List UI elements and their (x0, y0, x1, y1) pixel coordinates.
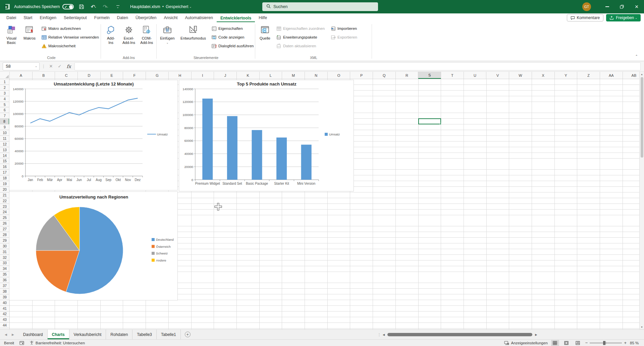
visual-basic-button[interactable]: Visual Basic (3, 23, 20, 52)
document-title[interactable]: Hauptdatei.xlsm • Gespeichert ⌄ (130, 4, 192, 9)
page-layout-view-button[interactable] (562, 340, 571, 346)
pie-chart-object[interactable]: Umsatzverteilung nach RegionenDeutschlan… (9, 191, 178, 300)
row-header-38[interactable]: 38 (0, 289, 9, 294)
page-break-view-button[interactable] (574, 340, 582, 346)
sheet-tab-rohdaten[interactable]: Rohdaten (106, 330, 132, 339)
column-header-Y[interactable]: Y (555, 72, 578, 79)
selected-cell[interactable] (418, 118, 441, 124)
column-header-U[interactable]: U (464, 72, 487, 79)
macro-security-button[interactable]: Makrosicherheit (40, 42, 100, 50)
tab-ueberpruefen[interactable]: Überprüfen (132, 14, 160, 22)
row-header-34[interactable]: 34 (0, 266, 9, 272)
column-header-W[interactable]: W (509, 72, 532, 79)
enter-icon[interactable]: ✓ (56, 64, 63, 69)
refresh-data-button[interactable]: <o> Daten aktualisieren (275, 42, 326, 50)
sheet-nav-right-icon[interactable]: ▶ (12, 333, 14, 336)
row-header-1[interactable]: 1 (0, 79, 9, 85)
column-header-T[interactable]: T (441, 72, 464, 79)
autosave-toggle[interactable]: ✓ (62, 4, 74, 9)
formula-bar-handle[interactable]: ⋮ (42, 64, 46, 69)
row-header-6[interactable]: 6 (0, 107, 9, 113)
row-header-22[interactable]: 22 (0, 198, 9, 204)
column-header-G[interactable]: G (146, 72, 169, 79)
row-header-16[interactable]: 16 (0, 164, 9, 170)
redo-button[interactable]: ↷⌄ (101, 2, 110, 11)
zoom-out-button[interactable]: − (585, 340, 588, 345)
customize-toolbar-button[interactable]: ⌄ (113, 2, 122, 11)
column-header-N[interactable]: N (305, 72, 328, 79)
column-header-Z[interactable]: Z (577, 72, 600, 79)
import-button[interactable]: <o> Importieren (329, 25, 359, 32)
row-header-26[interactable]: 26 (0, 221, 9, 226)
close-button[interactable]: × (629, 0, 644, 13)
restore-button[interactable] (614, 0, 629, 13)
column-header-X[interactable]: X (532, 72, 555, 79)
row-header-7[interactable]: 7 (0, 113, 9, 119)
vertical-scrollbar[interactable]: ▲ ▼ (639, 72, 644, 329)
name-box[interactable]: S8 ⌄ (3, 62, 40, 70)
row-header-5[interactable]: 5 (0, 102, 9, 108)
splitter-handle[interactable]: ⋮ (377, 333, 381, 337)
sheet-tab-tabelle1[interactable]: Tabelle1 (157, 330, 181, 339)
column-header-O[interactable]: O (328, 72, 351, 79)
row-header-43[interactable]: 43 (0, 317, 9, 323)
row-header-2[interactable]: 2 (0, 85, 9, 91)
addins-button[interactable]: Add- Ins (102, 23, 119, 52)
row-header-20[interactable]: 20 (0, 187, 9, 192)
excel-app-icon[interactable]: X (3, 3, 11, 10)
undo-button[interactable]: ↶⌄ (89, 2, 98, 11)
row-header-11[interactable]: 11 (0, 136, 9, 141)
tab-einfuegen[interactable]: Einfügen (36, 14, 60, 22)
tab-daten[interactable]: Daten (113, 14, 132, 22)
tab-start[interactable]: Start (20, 14, 36, 22)
column-header-F[interactable]: F (123, 72, 146, 79)
sheet-tab-charts[interactable]: Charts (48, 330, 69, 339)
row-header-28[interactable]: 28 (0, 232, 9, 238)
fill-handle[interactable] (440, 123, 441, 125)
row-header-44[interactable]: 44 (0, 323, 9, 328)
row-header-3[interactable]: 3 (0, 91, 9, 96)
column-header-H[interactable]: H (169, 72, 192, 79)
sheet-nav-left-icon[interactable]: ◀ (5, 333, 7, 336)
row-header-40[interactable]: 40 (0, 300, 9, 306)
design-mode-button[interactable]: Entwurfsmodus (177, 23, 209, 52)
row-header-4[interactable]: 4 (0, 96, 9, 102)
bar-chart-object[interactable]: Top 5 Produkte nach Umsatz02000040000600… (179, 80, 354, 191)
tab-entwicklertools[interactable]: Entwicklertools (217, 14, 255, 22)
column-header-E[interactable]: E (101, 72, 123, 79)
horizontal-scroll-thumb[interactable] (387, 333, 532, 336)
row-header-30[interactable]: 30 (0, 243, 9, 249)
tab-seitenlayout[interactable]: Seitenlayout (60, 14, 91, 22)
row-header-29[interactable]: 29 (0, 238, 9, 243)
row-header-33[interactable]: 33 (0, 261, 9, 266)
row-header-9[interactable]: 9 (0, 124, 9, 130)
row-header-25[interactable]: 25 (0, 215, 9, 221)
row-header-15[interactable]: 15 (0, 158, 9, 164)
source-button[interactable]: Quelle (257, 23, 273, 52)
insert-function-icon[interactable]: fx (65, 64, 72, 69)
row-header-24[interactable]: 24 (0, 209, 9, 215)
properties-button[interactable]: Eigenschaften (210, 25, 255, 32)
macro-record-icon[interactable] (19, 341, 24, 345)
share-button[interactable]: Freigeben ⌄ (606, 14, 641, 21)
scroll-left-icon[interactable]: ◀ (383, 333, 385, 336)
scroll-right-icon[interactable]: ▶ (535, 333, 537, 336)
column-header-M[interactable]: M (282, 72, 305, 79)
tab-automatisieren[interactable]: Automatisieren (181, 14, 217, 22)
select-all-button[interactable] (0, 72, 10, 79)
row-header-8[interactable]: 8 (0, 119, 9, 124)
search-input[interactable]: Suchen (262, 2, 378, 11)
comments-button[interactable]: Kommentare (567, 14, 604, 21)
add-sheet-button[interactable]: + (181, 330, 195, 339)
vertical-scroll-thumb[interactable] (641, 77, 643, 158)
scroll-up-icon[interactable]: ▲ (641, 72, 643, 76)
view-code-button[interactable]: Code anzeigen (210, 34, 255, 41)
relative-references-button[interactable]: Relative Verweise verwenden (40, 34, 100, 41)
row-header-42[interactable]: 42 (0, 311, 9, 317)
column-header-J[interactable]: J (214, 72, 237, 79)
column-header-V[interactable]: V (486, 72, 509, 79)
sheet-tab-tabelle3[interactable]: Tabelle3 (132, 330, 157, 339)
column-header-P[interactable]: P (350, 72, 373, 79)
tab-formeln[interactable]: Formeln (91, 14, 113, 22)
row-header-13[interactable]: 13 (0, 147, 9, 153)
